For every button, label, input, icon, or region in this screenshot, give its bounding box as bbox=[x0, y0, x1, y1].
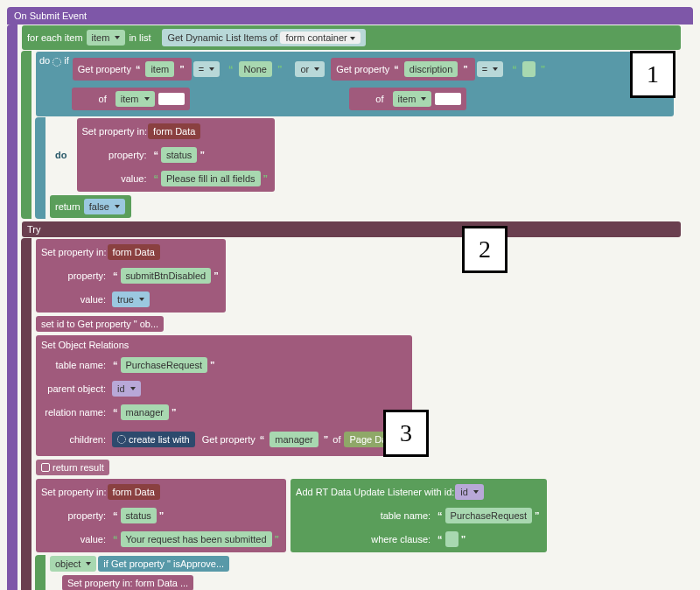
dropdown-icon bbox=[493, 67, 498, 71]
dropdown-icon bbox=[115, 205, 120, 208]
listener-id[interactable]: id bbox=[455, 484, 484, 500]
form-container-ref[interactable]: form container bbox=[280, 32, 360, 44]
event-header: On Submit Event bbox=[7, 7, 693, 25]
equals-op-2[interactable]: = bbox=[477, 61, 503, 77]
set-id-block[interactable]: set id to Get property " ob... bbox=[36, 316, 164, 332]
get-property-1[interactable]: Get property “item” bbox=[73, 58, 192, 81]
return-result-checkbox[interactable]: return result bbox=[36, 460, 109, 475]
dropdown-icon bbox=[144, 97, 150, 101]
event-title: On Submit Event bbox=[14, 11, 87, 21]
dropdown-icon bbox=[421, 97, 426, 101]
set-object-relations[interactable]: Set Object Relations table name: “Purcha… bbox=[36, 335, 412, 456]
do-label: do bbox=[50, 147, 72, 163]
object-var[interactable]: object bbox=[50, 556, 96, 572]
equals-op[interactable]: = bbox=[193, 61, 220, 77]
get-dynamic-list[interactable]: Get Dynamic List Items of form container bbox=[162, 29, 365, 46]
get-property-2[interactable]: Get property “discription” bbox=[331, 58, 475, 81]
if-block[interactable]: do if Get property “item” = “None” or Ge… bbox=[36, 52, 674, 116]
gear-icon[interactable] bbox=[52, 58, 61, 67]
return-value[interactable]: false bbox=[84, 199, 125, 214]
get-property-manager[interactable]: Get property “manager” of Page Data bbox=[197, 428, 407, 451]
set-form-collapsed[interactable]: Set property in: form Data ... bbox=[62, 575, 193, 590]
add-rt-listener[interactable]: Add RT Data Update Listener with id: id … bbox=[290, 479, 546, 552]
create-list[interactable]: create list with bbox=[112, 432, 195, 447]
annotation-1: 1 bbox=[630, 51, 676, 98]
id-var[interactable]: id bbox=[112, 381, 141, 397]
dropdown-icon bbox=[139, 298, 144, 301]
item-ref-1[interactable]: item bbox=[116, 91, 155, 107]
return-block[interactable]: return false bbox=[50, 195, 131, 218]
dropdown-icon bbox=[209, 67, 214, 71]
dropdown-icon bbox=[473, 490, 479, 494]
try-block[interactable]: Try bbox=[22, 221, 681, 237]
dropdown-icon bbox=[130, 387, 136, 390]
dropdown-icon bbox=[86, 562, 91, 565]
dropdown-icon bbox=[314, 67, 319, 71]
set-property-1[interactable]: Set property in: form Data property: “st… bbox=[77, 118, 276, 192]
annotation-3: 3 bbox=[383, 410, 429, 457]
true-value[interactable]: true bbox=[112, 291, 150, 307]
if-get-property[interactable]: if Get property " isApprove... bbox=[98, 556, 229, 572]
item-ref-2[interactable]: item bbox=[393, 91, 432, 107]
foreach-block[interactable]: for each item item in list Get Dynamic L… bbox=[22, 25, 681, 50]
or-op[interactable]: or bbox=[295, 61, 325, 77]
form-data-ref[interactable]: form Data bbox=[148, 123, 200, 139]
gear-icon[interactable] bbox=[117, 435, 126, 444]
dropdown-icon bbox=[115, 36, 120, 39]
set-property-3[interactable]: Set property in: form Data property: “st… bbox=[36, 479, 286, 552]
annotation-2: 2 bbox=[462, 226, 508, 273]
dropdown-icon bbox=[350, 37, 355, 40]
foreach-var[interactable]: item bbox=[87, 30, 126, 46]
set-property-2[interactable]: Set property in: form Data property: “su… bbox=[36, 239, 226, 313]
